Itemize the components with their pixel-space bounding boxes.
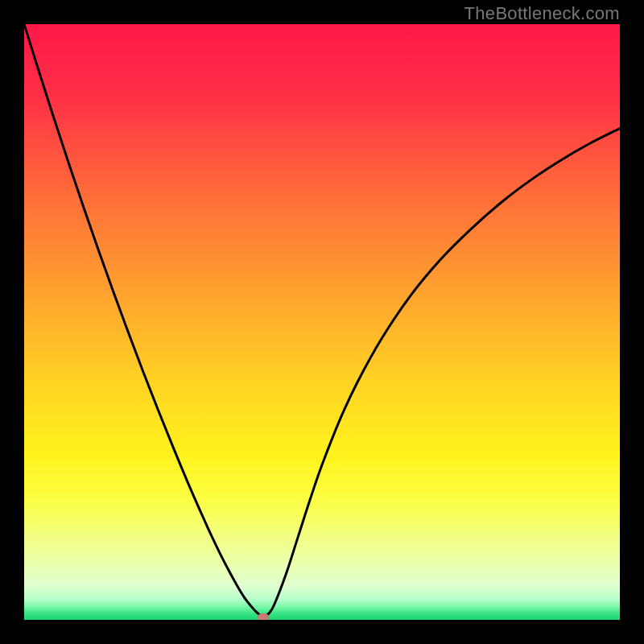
chart-frame: TheBottleneck.com (0, 0, 644, 644)
watermark-text: TheBottleneck.com (464, 3, 620, 24)
svg-rect-0 (24, 24, 620, 620)
background-gradient (24, 24, 620, 620)
plot-area (24, 24, 620, 620)
